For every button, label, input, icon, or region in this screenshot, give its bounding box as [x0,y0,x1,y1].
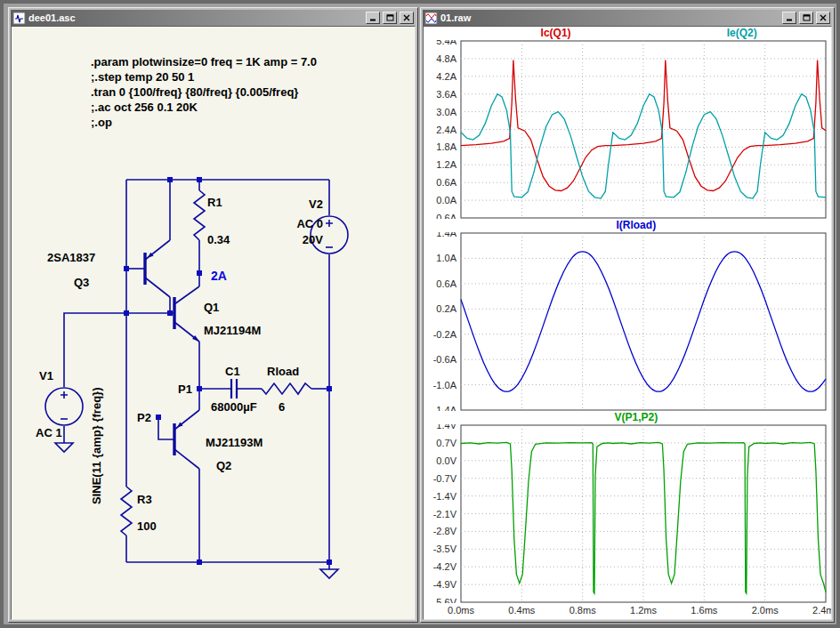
label-v2-ac: AC 0 [296,217,323,230]
voltage-source-v1[interactable] [45,388,83,425]
label-rload-value: 6 [279,400,285,414]
y-tick-label: 1.2A [436,159,456,170]
window-title: 01.raw [440,12,779,23]
y-tick-label: -2.1V [433,509,457,519]
trace-name-label[interactable]: Ie(Q2) [727,27,757,40]
label-q2-model: MJ21193M [206,436,262,449]
y-tick-label: -3.5V [433,543,457,554]
ground-symbol[interactable] [320,569,338,578]
y-tick-label: -0.6A [433,354,457,365]
waveform-viewer[interactable]: Ic(Q1)Ie(Q2) 5.4A4.8A4.2A3.6A3.0A2.4A1.8… [423,26,832,620]
transistor-q1[interactable] [174,286,199,342]
y-tick-label: 4.2A [436,71,456,82]
label-c1-value: 68000µF [211,400,257,414]
y-tick-label: -5.6V [433,597,457,603]
label-c1: C1 [225,365,240,378]
schematic-editor[interactable]: .param plotwinsize=0 freq = 1K amp = 7.0… [11,26,416,620]
label-q3: Q3 [74,276,89,289]
directive-line: ;.op [91,116,112,129]
y-tick-label: -0.7V [433,473,457,484]
label-v2-value: 20V [303,233,323,246]
schematic-title-bar[interactable]: dee01.asc [11,10,416,26]
x-tick-label: 2.4ms [812,605,831,616]
transistor-q3[interactable] [145,240,170,297]
schematic-canvas[interactable]: .param plotwinsize=0 freq = 1K amp = 7.0… [12,27,416,620]
x-tick-label: 0.4ms [508,605,535,616]
waveform-title-bar[interactable]: 01.raw [423,10,832,26]
y-tick-label: -4.9V [433,579,457,590]
y-tick-label: 5.4A [436,40,456,46]
plot-pane-vp1p2[interactable]: V(P1,P2) 1.4V0.7V0.0V-0.7V-1.4V-2.1V-2.8… [424,411,831,603]
y-tick-label: 3.6A [436,89,456,100]
schematic-doc-icon [12,12,26,25]
y-tick-label: 0.2A [436,303,456,314]
capacitor-c1[interactable] [231,379,237,399]
maximize-icon [386,14,394,21]
schematic-window: dee01.asc .param plotwinsize=0 freq = 1K… [8,7,418,623]
minimize-icon [369,15,376,21]
y-tick-label: 1.8A [436,141,456,152]
y-tick-label: -2.8V [433,526,457,536]
ground-symbol[interactable] [55,443,73,452]
maximize-icon [803,14,811,21]
x-tick-label: 0.8ms [569,605,596,616]
label-bias-current: 2A [211,269,227,283]
plot-area[interactable]: 1.4V0.7V0.0V-0.7V-1.4V-2.1V-2.8V-3.5V-4.… [424,424,831,603]
plot-pane-ic-ie[interactable]: Ic(Q1)Ie(Q2) 5.4A4.8A4.2A3.6A3.0A2.4A1.8… [424,27,831,219]
y-tick-label: 1.4A [436,232,456,238]
y-tick-label: 0.7V [436,438,456,448]
close-icon [403,14,410,21]
y-tick-label: -0.6A [433,213,457,219]
y-tick-label: 1.0A [436,253,456,263]
label-r3-value: 100 [137,519,157,533]
trace-name-label[interactable]: I(Rload) [616,219,656,232]
label-p2: P2 [137,411,151,424]
label-v1: V1 [39,369,53,382]
y-tick-label: 1.4V [436,424,456,431]
minimize-icon [786,15,793,21]
y-tick-label: 4.8A [436,53,456,64]
waveform-icon [424,12,438,25]
y-tick-label: -1.0A [433,380,457,390]
plot-area[interactable]: 1.4A1.0A0.6A0.2A-0.2A-0.6A-1.0A-1.4A [424,232,831,411]
y-tick-label: -4.2V [433,561,457,572]
trace-legend: Ic(Q1)Ie(Q2) [424,27,831,40]
x-tick-label: 1.6ms [691,605,717,616]
trace-name-label[interactable]: Ic(Q1) [541,27,571,40]
component-labels: R1 0.34 2A Q1 MJ21194M 2SA1837 Q3 V2 AC … [36,196,323,533]
plot-border [461,233,826,410]
spice-directives: .param plotwinsize=0 freq = 1K amp = 7.0… [91,55,317,129]
label-q1: Q1 [204,301,219,314]
trace-name-label[interactable]: V(P1,P2) [614,411,658,424]
label-q2: Q2 [216,459,231,472]
label-r3: R3 [137,493,152,506]
window-title: dee01.asc [28,12,363,23]
minimize-button[interactable] [782,12,796,24]
label-v1-value: SINE(11 {amp} {freq}) [90,388,103,505]
y-tick-label: 0.6A [436,177,456,188]
y-tick-label: -1.4V [433,491,457,502]
waveform-window: 01.raw Ic(Q1)Ie(Q2) 5.4A4.8A4.2A3.6A3.0A… [420,7,835,623]
close-icon [820,14,827,21]
label-v2: V2 [309,197,323,211]
x-tick-label: 2.0ms [752,605,779,616]
label-v1-ac: AC 1 [36,426,62,439]
transistor-q2[interactable] [174,410,199,469]
maximize-button[interactable] [799,12,813,24]
directive-line: .tran 0 {100/freq} {80/freq} {0.005/freq… [91,85,298,99]
minimize-button[interactable] [366,12,380,24]
maximize-button[interactable] [383,12,397,24]
close-button[interactable] [400,12,414,24]
label-q1-model: MJ21194M [204,324,261,337]
trace-legend: I(Rload) [424,219,831,232]
resistor-rload[interactable] [262,383,311,394]
x-tick-label: 1.2ms [630,605,657,616]
y-tick-label: 0.0A [436,195,456,205]
plot-pane-irload[interactable]: I(Rload) 1.4A1.0A0.6A0.2A-0.2A-0.6A-1.0A… [424,219,831,411]
y-tick-label: 2.4A [436,125,456,135]
resistor-r1[interactable] [194,190,205,240]
x-tick-label: 0.0ms [448,605,474,616]
plot-area[interactable]: 5.4A4.8A4.2A3.6A3.0A2.4A1.8A1.2A0.6A0.0A… [424,40,831,219]
resistor-r3[interactable] [121,487,132,535]
close-button[interactable] [816,12,830,24]
